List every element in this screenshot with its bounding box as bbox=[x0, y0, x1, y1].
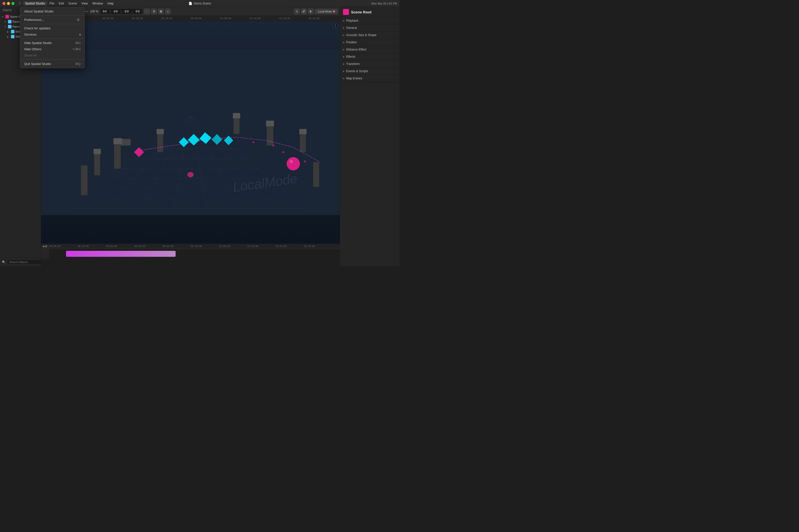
general-label: General bbox=[346, 26, 357, 30]
section-playback-header[interactable]: ▶ Playback bbox=[340, 17, 399, 24]
menu-about[interactable]: About Spatial Studio bbox=[20, 8, 85, 15]
svg-rect-26 bbox=[93, 149, 101, 154]
properties-list: ▶ Playback ▶ General ▶ Acoustic Size & S… bbox=[340, 17, 399, 266]
menu-item-view[interactable]: View bbox=[79, 1, 90, 6]
section-effects: ▶ Effects bbox=[340, 53, 399, 60]
timeline-clip[interactable] bbox=[66, 251, 176, 257]
mark-3: 00:30:00 bbox=[131, 17, 161, 20]
section-general-header[interactable]: ▶ General bbox=[340, 24, 399, 31]
section-events-header[interactable]: ▶ Events & Scripts bbox=[340, 68, 399, 75]
svg-marker-39 bbox=[188, 172, 193, 177]
app-menu-dropdown[interactable]: About Spatial Studio Preferences... ⌘, C… bbox=[20, 7, 85, 68]
section-acoustic-header[interactable]: ▶ Acoustic Size & Shape bbox=[340, 32, 399, 39]
svg-point-40 bbox=[253, 141, 255, 143]
grid-button[interactable]: ⊞ bbox=[151, 9, 157, 14]
title-bar-center: 📄 Demo Scene bbox=[188, 2, 211, 5]
tmark-0: 00:00:00 bbox=[50, 245, 78, 248]
mark-9: 01:30:00 bbox=[308, 17, 338, 20]
timeline-scrubber bbox=[45, 245, 47, 248]
sibling-2-icon bbox=[11, 35, 15, 38]
mark-4: 00:40:00 bbox=[161, 17, 190, 20]
menu-separator-1 bbox=[20, 15, 85, 16]
local-mode-button[interactable]: Local Mode bbox=[315, 9, 338, 14]
mode-indicator bbox=[333, 11, 335, 13]
section-map-header[interactable]: ▶ Map Entries bbox=[340, 75, 399, 82]
mark-5: 00:50:00 bbox=[190, 17, 220, 20]
menu-bar:  Spatial Studio File Edit Scene View Wi… bbox=[19, 1, 115, 6]
section-distance-header[interactable]: ▶ Distance Effect bbox=[340, 46, 399, 53]
send-button[interactable]: → bbox=[144, 9, 150, 14]
chevron-effects: ▶ bbox=[343, 56, 345, 58]
menu-services[interactable]: Services bbox=[20, 31, 85, 38]
svg-rect-28 bbox=[233, 113, 240, 118]
expand-arrow-s1: ▶ bbox=[7, 30, 10, 33]
timeline-bottom: ◀ 00:00:00 00:10:00 00:20:00 00:30:00 00… bbox=[41, 244, 340, 266]
svg-rect-16 bbox=[114, 142, 121, 169]
menu-item-window[interactable]: Window bbox=[90, 1, 105, 6]
svg-rect-27 bbox=[157, 129, 164, 134]
scene-root-title: Scene Root bbox=[351, 10, 371, 14]
volume-percent: 100 % bbox=[90, 10, 98, 13]
section-playback: ▶ Playback bbox=[340, 17, 399, 24]
s-button[interactable]: S bbox=[294, 9, 299, 14]
close-button[interactable] bbox=[2, 2, 5, 5]
viewport[interactable]: LocalMode ℹ bbox=[41, 21, 340, 244]
svg-rect-18 bbox=[94, 152, 100, 175]
grid-view-button[interactable]: ▦ bbox=[158, 9, 164, 14]
tmark-1: 00:10:00 bbox=[78, 245, 106, 248]
menu-item-edit[interactable]: Edit bbox=[57, 1, 66, 6]
section-transform: ▶ Transform bbox=[340, 60, 399, 68]
chevron-general: ▶ bbox=[343, 26, 345, 29]
section-events: ▶ Events & Scripts bbox=[340, 68, 399, 75]
menu-item-file[interactable]: File bbox=[48, 1, 56, 6]
right-panel-header: Scene Root bbox=[340, 7, 399, 17]
traffic-lights bbox=[2, 2, 15, 5]
section-effects-header[interactable]: ▶ Effects bbox=[340, 53, 399, 60]
menu-hide-others[interactable]: Hide Others ⌥⌘H bbox=[20, 46, 85, 52]
center-area: ⏮ ▶ ⏸ 🔊 100 % 00 : 00 : 00 . 00 → ⊞ ▦ ≡ … bbox=[41, 7, 340, 266]
svg-rect-25 bbox=[113, 138, 122, 144]
timeline-track[interactable] bbox=[41, 249, 340, 259]
tmark-5: 00:50:00 bbox=[191, 245, 219, 248]
track-side bbox=[41, 249, 49, 259]
maximize-button[interactable] bbox=[12, 2, 15, 5]
document-title: Demo Scene bbox=[194, 2, 211, 5]
mixer-button[interactable]: ≡ bbox=[165, 9, 170, 14]
tmark-8: 01:20:00 bbox=[276, 245, 304, 248]
speaker-button[interactable]: 🔊 bbox=[301, 9, 307, 14]
timeline-ruler-bottom: ◀ 00:00:00 00:10:00 00:20:00 00:30:00 00… bbox=[41, 244, 340, 249]
transform-label: Transform bbox=[346, 62, 360, 66]
menu-item-spatial-studio[interactable]: Spatial Studio bbox=[23, 1, 47, 6]
chevron-position: ▶ bbox=[343, 41, 345, 43]
menu-item-scene[interactable]: Scene bbox=[67, 1, 79, 6]
section-acoustic: ▶ Acoustic Size & Shape bbox=[340, 32, 399, 39]
scene-svg: LocalMode bbox=[41, 21, 340, 244]
chevron-events: ▶ bbox=[343, 70, 345, 72]
section-position-header[interactable]: ▶ Position bbox=[340, 39, 399, 46]
moon-button[interactable]: ◐ bbox=[308, 9, 313, 14]
apple-logo:  bbox=[19, 1, 21, 5]
svg-rect-29 bbox=[266, 121, 274, 127]
search-input[interactable] bbox=[7, 260, 46, 265]
chevron-playback: ▶ bbox=[343, 19, 345, 22]
map-label: Map Entries bbox=[346, 77, 362, 80]
menu-separator-2 bbox=[20, 24, 85, 24]
expand-arrow-p1: ▼ bbox=[4, 20, 7, 23]
menu-check-updates[interactable]: Check for updates bbox=[20, 25, 85, 31]
section-transform-header[interactable]: ▶ Transform bbox=[340, 60, 399, 68]
svg-point-42 bbox=[283, 151, 285, 153]
timeline-back-button[interactable]: ◀ bbox=[42, 245, 44, 248]
svg-rect-17 bbox=[121, 139, 131, 146]
minimize-button[interactable] bbox=[7, 2, 10, 5]
right-panel: Scene Root ▶ Playback ▶ General ▶ Acoust… bbox=[340, 7, 399, 266]
menu-preferences[interactable]: Preferences... ⌘, bbox=[20, 17, 85, 23]
menu-hide[interactable]: Hide Spatial Studio ⌘H bbox=[20, 40, 85, 46]
events-label: Events & Scripts bbox=[346, 70, 368, 73]
timeline-marks: 00:00:00 00:10:00 00:20:00 00:30:00 00:4… bbox=[49, 245, 332, 248]
menu-item-help[interactable]: Help bbox=[105, 1, 115, 6]
title-bar-right: Mon Mar 28 2:01 PM bbox=[371, 2, 397, 5]
tmark-2: 00:20:00 bbox=[106, 245, 134, 248]
info-button[interactable]: ℹ bbox=[333, 23, 338, 28]
menu-quit[interactable]: Quit Spatial Studio ⌘Q bbox=[20, 61, 85, 67]
chevron-distance: ▶ bbox=[343, 48, 345, 51]
